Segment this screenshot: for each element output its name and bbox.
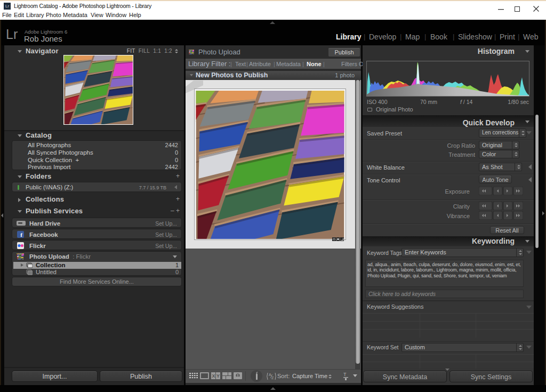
svg-text:Y: Y xyxy=(216,373,220,379)
svg-text:T: T xyxy=(343,372,347,377)
svg-text:Z: Z xyxy=(271,376,274,380)
svg-text:f: f xyxy=(20,231,22,238)
svg-text:X: X xyxy=(212,373,215,379)
